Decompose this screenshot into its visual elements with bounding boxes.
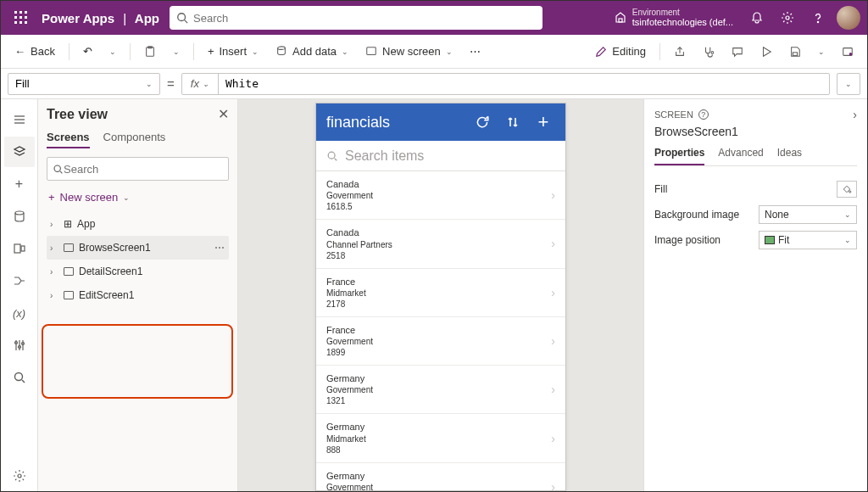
back-button[interactable]: ← Back — [8, 38, 62, 65]
new-screen-cmd-button[interactable]: New screen ⌄ — [359, 38, 459, 65]
tab-screens[interactable]: Screens — [47, 131, 90, 148]
svg-rect-14 — [147, 47, 154, 56]
svg-rect-2 — [25, 11, 27, 14]
rail-settings[interactable] — [4, 461, 35, 491]
svg-point-34 — [14, 373, 22, 381]
chevron-right-icon: › — [551, 432, 555, 445]
canvas[interactable]: financials + Search items CanadaGovernme… — [238, 99, 643, 491]
list-item[interactable]: FranceMidmarket2178› — [316, 269, 565, 317]
app-header: Power Apps | App Environment tsinfotechn… — [1, 1, 867, 35]
props-tab-properties[interactable]: Properties — [654, 147, 704, 165]
left-rail: + (x) — [1, 99, 38, 491]
list-item[interactable]: FranceGovernment1899› — [316, 317, 565, 366]
comments-button[interactable] — [725, 38, 750, 65]
list-item-value: 2178 — [326, 299, 366, 310]
tree-item-screen[interactable]: ›EditScreen1 — [47, 283, 229, 307]
waffle-icon[interactable] — [8, 4, 35, 31]
paste-button[interactable] — [137, 38, 163, 65]
tree-item-app[interactable]: › ⊞ App — [47, 212, 229, 236]
tree-view-panel: Tree view ✕ Screens Components + New scr… — [38, 99, 238, 491]
save-button[interactable] — [782, 38, 808, 65]
list-item[interactable]: CanadaChannel Partners2518› — [316, 220, 565, 268]
layers-icon — [13, 145, 26, 159]
rail-tree-view[interactable] — [4, 137, 35, 167]
search-icon — [326, 150, 338, 162]
svg-point-37 — [54, 165, 60, 171]
sort-button[interactable] — [501, 115, 525, 129]
prop-fill-picker[interactable] — [837, 181, 857, 198]
props-tab-advanced[interactable]: Advanced — [718, 147, 763, 165]
rail-media[interactable] — [4, 233, 35, 264]
user-avatar[interactable] — [837, 6, 860, 30]
paste-split-button[interactable]: ⌄ — [166, 38, 186, 65]
list-item-title: Germany — [326, 421, 366, 433]
settings-button[interactable] — [772, 1, 803, 35]
tree-item-screen[interactable]: ›BrowseScreen1⋯ — [47, 236, 229, 260]
tree-search-input[interactable] — [64, 163, 223, 176]
list-item-subtitle: Government — [326, 190, 373, 201]
tree-close-button[interactable]: ✕ — [218, 106, 229, 122]
publish-button[interactable] — [835, 38, 860, 65]
svg-rect-27 — [21, 246, 25, 251]
help-button[interactable] — [803, 1, 833, 35]
preview-button[interactable] — [754, 38, 779, 65]
props-expand-chevron[interactable]: › — [853, 108, 857, 121]
insert-button[interactable]: + Insert ⌄ — [201, 38, 265, 65]
preview-search[interactable]: Search items — [316, 141, 565, 171]
rail-variables[interactable]: (x) — [4, 298, 35, 328]
tab-components[interactable]: Components — [103, 131, 166, 148]
props-tab-ideas[interactable]: Ideas — [777, 147, 802, 165]
share-button[interactable] — [667, 38, 693, 65]
svg-rect-1 — [19, 11, 22, 14]
list-item[interactable]: GermanyMidmarket888› — [316, 414, 565, 462]
add-button[interactable]: + — [531, 111, 555, 133]
preview-search-placeholder: Search items — [345, 148, 424, 164]
info-icon[interactable]: ? — [698, 109, 709, 120]
property-selector[interactable]: Fill ⌄ — [8, 73, 160, 95]
tree-search[interactable] — [47, 157, 229, 181]
list-item[interactable]: GermanyGovernment1321› — [316, 366, 565, 414]
rail-hamburger[interactable] — [4, 104, 35, 135]
rail-data[interactable] — [4, 201, 35, 232]
stethoscope-icon — [703, 46, 715, 58]
prop-bg-dropdown[interactable]: None ⌄ — [759, 205, 857, 224]
rail-insert[interactable]: + — [4, 169, 35, 199]
list-item[interactable]: GermanyGovernment1513› — [316, 463, 565, 490]
list-item[interactable]: CanadaGovernment1618.5› — [316, 171, 565, 220]
undo-split-button[interactable]: ⌄ — [103, 38, 123, 65]
refresh-button[interactable] — [470, 115, 494, 130]
global-search[interactable] — [170, 6, 542, 30]
prop-pos-dropdown[interactable]: Fit ⌄ — [759, 231, 857, 249]
formula-expand-button[interactable]: ⌄ — [837, 73, 860, 95]
list-item-subtitle: Government — [326, 482, 373, 490]
rail-advanced-tools[interactable] — [4, 330, 35, 361]
environment-label: Environment — [632, 8, 733, 17]
undo-icon: ↶ — [83, 45, 92, 58]
add-data-button[interactable]: Add data ⌄ — [269, 38, 355, 65]
svg-point-36 — [18, 474, 21, 478]
save-split-button[interactable]: ⌄ — [811, 38, 832, 65]
environment-picker[interactable]: Environment tsinfotechnologies (def... — [605, 8, 742, 27]
more-icon[interactable]: ⋯ — [214, 242, 225, 254]
chevron-down-icon: ⌄ — [252, 48, 259, 56]
more-icon: ⋯ — [470, 45, 481, 58]
editing-mode-button[interactable]: Editing — [588, 38, 653, 65]
new-screen-button[interactable]: + New screen ⌄ — [47, 187, 229, 207]
formula-bar: Fill ⌄ = fx⌄ ⌄ — [1, 69, 867, 99]
formula-input[interactable] — [219, 77, 829, 90]
svg-rect-19 — [793, 52, 797, 55]
notifications-button[interactable] — [742, 1, 772, 35]
formula-input-container: fx⌄ — [181, 73, 830, 95]
fx-label[interactable]: fx⌄ — [182, 74, 219, 94]
rail-power-automate[interactable] — [4, 266, 35, 296]
svg-rect-3 — [14, 16, 17, 19]
publish-icon — [842, 46, 854, 58]
screen-icon — [64, 267, 74, 276]
global-search-input[interactable] — [193, 12, 536, 25]
undo-button[interactable]: ↶ — [76, 38, 99, 65]
checker-button[interactable] — [696, 38, 721, 65]
overflow-button[interactable]: ⋯ — [463, 38, 487, 65]
rail-search[interactable] — [4, 362, 35, 393]
tree-item-screen[interactable]: ›DetailScreen1 — [47, 260, 229, 283]
chevron-down-icon: ⌄ — [203, 80, 209, 88]
